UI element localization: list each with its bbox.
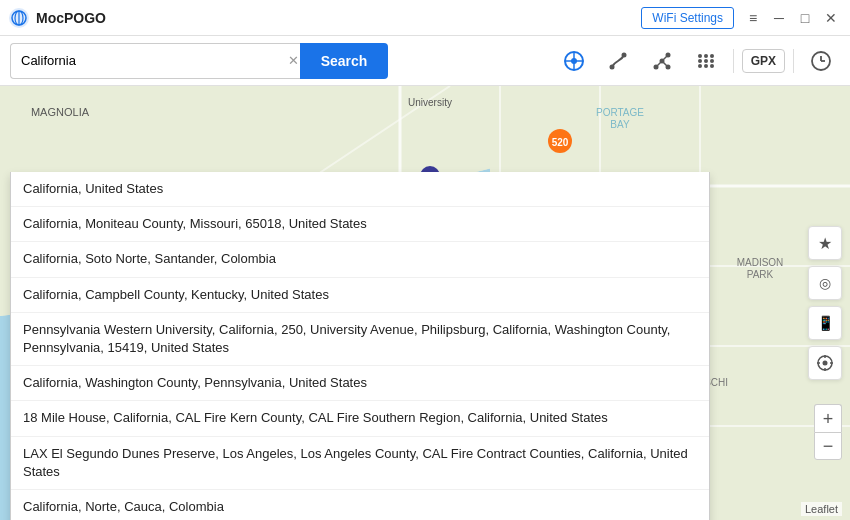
svg-point-25 <box>710 64 714 68</box>
toolbar-divider <box>733 49 734 73</box>
svg-point-8 <box>609 64 614 69</box>
svg-point-9 <box>621 52 626 57</box>
svg-point-19 <box>710 59 714 63</box>
route-multi-icon <box>651 50 673 72</box>
phone-icon: 📱 <box>817 315 834 331</box>
search-dropdown: California, United States California, Mo… <box>10 172 710 520</box>
close-button[interactable]: ✕ <box>820 7 842 29</box>
history-icon <box>810 50 832 72</box>
hamburger-button[interactable]: ≡ <box>742 7 764 29</box>
dropdown-item[interactable]: California, Campbell County, Kentucky, U… <box>11 278 709 313</box>
svg-point-23 <box>698 64 702 68</box>
dropdown-item[interactable]: California, Washington County, Pennsylva… <box>11 366 709 401</box>
more-icon <box>695 50 717 72</box>
dropdown-item[interactable]: California, Norte, Cauca, Colombia <box>11 490 709 520</box>
titlebar: MocPOGO WiFi Settings ≡ ─ □ ✕ <box>0 0 850 36</box>
search-clear-button[interactable]: ✕ <box>284 52 302 70</box>
star-icon: ★ <box>818 234 832 253</box>
svg-point-20 <box>698 54 702 58</box>
window-controls: ≡ ─ □ ✕ <box>742 7 842 29</box>
svg-text:PORTAGE: PORTAGE <box>596 107 644 118</box>
toolbar: ✕ Search <box>0 36 850 86</box>
maximize-button[interactable]: □ <box>794 7 816 29</box>
more-button[interactable] <box>687 42 725 80</box>
svg-point-22 <box>710 54 714 58</box>
route-single-button[interactable] <box>599 42 637 80</box>
right-panel: ★ ◎ 📱 <box>808 226 842 380</box>
compass-icon: ◎ <box>819 275 831 291</box>
teleport-button[interactable] <box>555 42 593 80</box>
svg-point-21 <box>704 54 708 58</box>
dropdown-item[interactable]: California, United States <box>11 172 709 207</box>
svg-point-7 <box>571 58 577 64</box>
svg-line-13 <box>656 61 662 67</box>
wifi-settings-button[interactable]: WiFi Settings <box>641 7 734 29</box>
dropdown-item[interactable]: California, Moniteau County, Missouri, 6… <box>11 207 709 242</box>
favorites-button[interactable]: ★ <box>808 226 842 260</box>
search-button[interactable]: Search <box>300 43 388 79</box>
compass-button[interactable]: ◎ <box>808 266 842 300</box>
zoom-out-button[interactable]: − <box>814 432 842 460</box>
route-single-icon <box>607 50 629 72</box>
app-logo <box>8 7 30 29</box>
svg-line-14 <box>662 55 668 61</box>
svg-point-17 <box>698 59 702 63</box>
svg-point-24 <box>704 64 708 68</box>
search-container: ✕ Search <box>10 43 390 79</box>
zoom-controls: + − <box>814 404 842 460</box>
locate-button[interactable] <box>808 346 842 380</box>
svg-text:University: University <box>408 97 452 108</box>
teleport-icon <box>563 50 585 72</box>
gpx-button[interactable]: GPX <box>742 49 785 73</box>
svg-text:BAY: BAY <box>610 119 630 130</box>
app-title: MocPOGO <box>36 10 641 26</box>
svg-text:MAGNOLIA: MAGNOLIA <box>31 106 90 118</box>
svg-text:520: 520 <box>552 137 569 148</box>
svg-text:PARK: PARK <box>747 269 774 280</box>
dropdown-item[interactable]: California, Soto Norte, Santander, Colom… <box>11 242 709 277</box>
map-area[interactable]: 520 99 99 Seattle Elliott Bay CENTRAL DI… <box>0 86 850 520</box>
dropdown-item[interactable]: Pennsylvania Western University, Califor… <box>11 313 709 366</box>
dropdown-item[interactable]: LAX El Segundo Dunes Preserve, Los Angel… <box>11 437 709 490</box>
minimize-button[interactable]: ─ <box>768 7 790 29</box>
search-input[interactable] <box>10 43 300 79</box>
toolbar-divider-2 <box>793 49 794 73</box>
leaflet-badge: Leaflet <box>801 502 842 516</box>
svg-text:MADISON: MADISON <box>737 257 784 268</box>
dropdown-item[interactable]: 18 Mile House, California, CAL Fire Kern… <box>11 401 709 436</box>
locate-icon <box>816 354 834 372</box>
svg-point-18 <box>704 59 708 63</box>
clear-icon: ✕ <box>288 53 299 68</box>
svg-point-70 <box>823 361 828 366</box>
zoom-in-button[interactable]: + <box>814 404 842 432</box>
svg-line-16 <box>662 61 668 67</box>
history-button[interactable] <box>802 42 840 80</box>
device-button[interactable]: 📱 <box>808 306 842 340</box>
route-multi-button[interactable] <box>643 42 681 80</box>
